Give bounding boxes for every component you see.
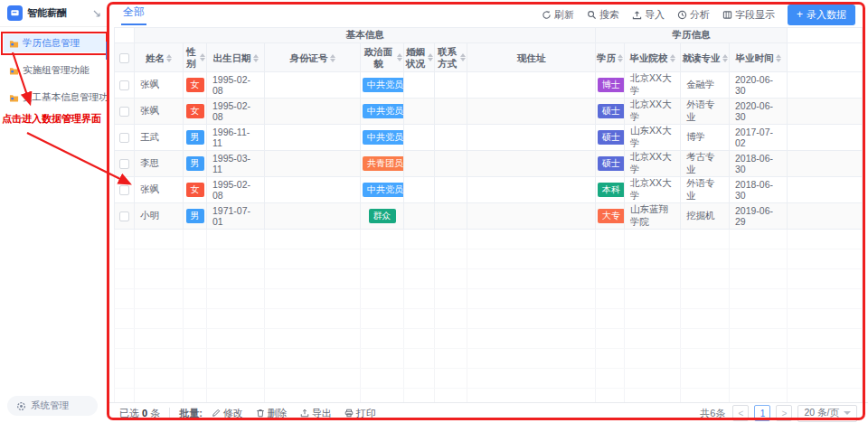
sort-caret-icon[interactable] <box>776 54 781 62</box>
group-header-spacer <box>115 28 135 43</box>
sort-caret-icon[interactable] <box>428 53 433 61</box>
column-header-9[interactable]: 毕业院校 <box>625 43 681 72</box>
batch-export-button[interactable]: 导出 <box>300 407 332 420</box>
data-table: 基本信息 学历信息 姓名性别出生日期身份证号政治面貌婚姻状况联系方式现住址学历毕… <box>114 27 863 423</box>
plus-icon: + <box>797 9 803 20</box>
cell-name: 王武 <box>135 125 184 151</box>
cell-grad-date: 2017-07-02 <box>730 125 788 151</box>
page-number-button[interactable]: 1 <box>754 405 770 421</box>
cell-address <box>467 151 596 177</box>
sort-caret-icon[interactable] <box>670 54 675 62</box>
sort-caret-icon[interactable] <box>330 54 335 62</box>
tab-all[interactable]: 全部 <box>121 5 146 25</box>
app-window: 智能薪酬 学历信息管理 实施组管理功能 <box>0 0 868 423</box>
group-header-filler <box>788 28 863 43</box>
empty-row <box>115 329 863 349</box>
filler-header <box>788 43 863 72</box>
cell-major: 外语专业 <box>681 177 730 203</box>
cell-id <box>265 72 361 99</box>
search-button[interactable]: 搜索 <box>587 8 619 22</box>
import-button[interactable]: 导入 <box>632 8 665 22</box>
fields-icon <box>722 10 732 20</box>
column-header-3[interactable]: 身份证号 <box>265 43 361 72</box>
page-size-select[interactable]: 20 条/页 <box>797 405 857 422</box>
cell-name: 小明 <box>135 203 184 230</box>
sort-caret-icon[interactable] <box>253 54 259 62</box>
export-icon <box>300 409 309 418</box>
prev-page-button[interactable]: < <box>732 405 749 421</box>
sidebar-item-employee-basic-info[interactable]: 员工基本信息管理功能 <box>4 89 105 107</box>
cell-grad-date: 2020-06-30 <box>730 72 788 99</box>
sidebar-item-implementation-group[interactable]: 实施组管理功能 <box>4 61 105 80</box>
select-all-checkbox[interactable] <box>119 53 129 63</box>
empty-row <box>115 289 863 309</box>
column-header-5[interactable]: 婚姻状况 <box>404 43 435 72</box>
group-header-education-info: 学历信息 <box>596 28 788 43</box>
cell-birth: 1995-03-11 <box>207 151 265 177</box>
enter-data-button[interactable]: + 录入数据 <box>788 5 855 25</box>
cell-education: 硕士 <box>596 99 625 125</box>
cell-birth: 1995-02-08 <box>207 99 265 125</box>
cell-gender: 男 <box>184 125 207 151</box>
column-header-1[interactable]: 性别 <box>184 43 207 72</box>
sort-caret-icon[interactable] <box>460 53 466 61</box>
sort-caret-icon[interactable] <box>618 54 623 62</box>
cell-marital <box>404 177 435 203</box>
gender-badge: 男 <box>186 156 204 171</box>
column-header-11[interactable]: 毕业时间 <box>730 43 788 72</box>
row-checkbox[interactable] <box>119 107 129 117</box>
analyze-icon <box>677 10 687 20</box>
cell-major: 金融学 <box>681 72 730 99</box>
political-badge: 中共党员 <box>363 183 404 197</box>
cell-id <box>265 151 361 177</box>
row-checkbox[interactable] <box>119 80 129 90</box>
folder-icon <box>9 39 19 48</box>
collapse-sidebar-icon[interactable] <box>92 9 101 18</box>
batch-delete-button[interactable]: 删除 <box>256 407 288 420</box>
refresh-button[interactable]: 刷新 <box>542 8 574 22</box>
analyze-button[interactable]: 分析 <box>677 8 710 22</box>
education-badge: 本科 <box>598 183 625 197</box>
sort-caret-icon[interactable] <box>166 54 172 62</box>
cell-name: 李思 <box>135 151 184 177</box>
column-header-2[interactable]: 出生日期 <box>207 43 265 72</box>
cell-education: 本科 <box>596 177 625 203</box>
sort-caret-icon[interactable] <box>722 54 728 62</box>
cell-id <box>265 125 361 151</box>
cell-political: 中共党员 <box>361 99 404 125</box>
batch-edit-button[interactable]: 修改 <box>212 407 243 420</box>
sort-caret-icon[interactable] <box>200 53 205 61</box>
sort-caret-icon[interactable] <box>397 53 402 61</box>
row-checkbox[interactable] <box>119 159 129 169</box>
column-header-8[interactable]: 学历 <box>596 43 625 72</box>
cell-gender: 女 <box>184 99 207 125</box>
logo-row: 智能薪酬 <box>0 0 108 27</box>
empty-row <box>115 230 863 249</box>
row-checkbox[interactable] <box>119 212 129 221</box>
system-management-button[interactable]: 系统管理 <box>7 396 98 416</box>
select-all-header <box>115 43 135 72</box>
cell-contact <box>435 151 467 177</box>
column-header-4[interactable]: 政治面貌 <box>361 43 404 72</box>
table-row: 张飒女1995-02-08中共党员硕士北京XX大学外语专业2020-06-30 <box>115 99 863 125</box>
empty-row <box>115 269 863 289</box>
sidebar-item-education-info[interactable]: 学历信息管理 <box>4 34 105 52</box>
folder-icon <box>9 93 19 102</box>
row-checkbox[interactable] <box>119 185 129 195</box>
row-checkbox[interactable] <box>119 133 129 143</box>
empty-row <box>115 309 863 329</box>
batch-print-button[interactable]: 打印 <box>344 407 376 420</box>
column-header-0[interactable]: 姓名 <box>135 43 184 72</box>
gender-badge: 男 <box>186 209 204 223</box>
cell-grad-date: 2018-06-30 <box>730 177 788 203</box>
cell-contact <box>435 99 467 125</box>
cell-marital <box>404 125 435 151</box>
column-header-6[interactable]: 联系方式 <box>435 43 467 72</box>
education-badge: 硕士 <box>598 104 625 118</box>
next-page-button[interactable]: > <box>776 405 792 421</box>
field-display-button[interactable]: 字段显示 <box>722 8 775 22</box>
cell-address <box>467 72 596 99</box>
cell-grad-date: 2018-06-30 <box>730 151 788 177</box>
column-header-10[interactable]: 就读专业 <box>681 43 730 72</box>
political-badge: 中共党员 <box>363 78 404 92</box>
